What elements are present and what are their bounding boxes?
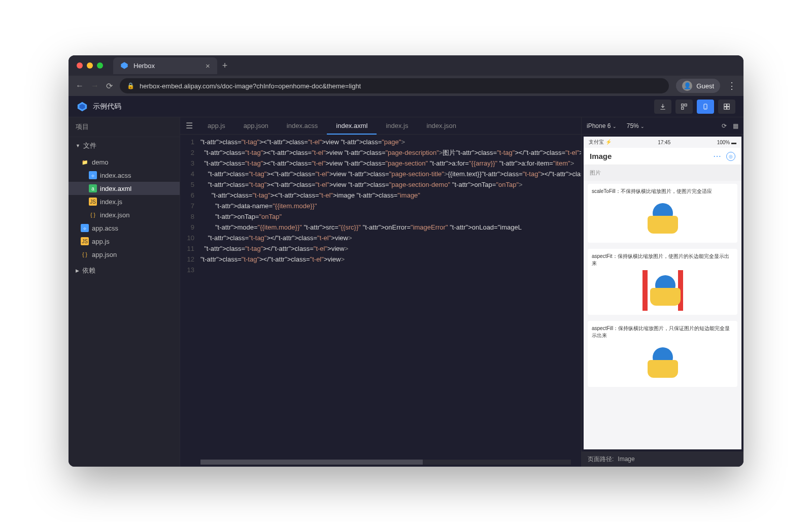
horizontal-scrollbar[interactable] bbox=[200, 460, 571, 465]
chevron-right-icon: ▶ bbox=[76, 268, 79, 273]
mascot-image bbox=[648, 273, 678, 308]
image-preview bbox=[642, 198, 683, 239]
tab-index-js[interactable]: index.js bbox=[377, 117, 417, 135]
browser-tab[interactable]: Herbox × bbox=[113, 57, 217, 74]
folder-name: demo bbox=[92, 158, 109, 166]
folder-demo[interactable]: 📁 demo bbox=[69, 155, 180, 169]
mascot-image bbox=[645, 201, 681, 236]
card-title: aspectFit：保持纵横比缩放图片，使图片的长边能完全显示出来 bbox=[592, 253, 733, 267]
svg-marker-0 bbox=[121, 62, 127, 69]
card-title: scaleToFill：不保持纵横比缩放图片，使图片完全适应 bbox=[592, 188, 733, 195]
file-name: index.acss bbox=[100, 172, 131, 179]
tab-index-axml[interactable]: index.axml bbox=[327, 117, 377, 135]
editor-tabs: ☰ app.js app.json index.acss index.axml … bbox=[180, 117, 581, 135]
red-bar-left bbox=[642, 270, 648, 311]
file-tree: 📁 demo ⟐ index.acss a index.axml JS inde… bbox=[69, 154, 180, 262]
tab-app-json[interactable]: app.json bbox=[234, 117, 278, 135]
page-description: 图片 bbox=[584, 165, 741, 181]
target-icon[interactable]: ◎ bbox=[726, 152, 735, 161]
close-tab-icon[interactable]: × bbox=[206, 61, 210, 70]
file-index-axml[interactable]: a index.axml bbox=[69, 182, 180, 195]
hamburger-icon[interactable]: ☰ bbox=[180, 121, 198, 130]
axml-file-icon: a bbox=[89, 184, 97, 192]
close-window-button[interactable] bbox=[77, 62, 83, 69]
js-file-icon: JS bbox=[81, 237, 89, 245]
download-button[interactable] bbox=[654, 100, 671, 114]
tab-index-json[interactable]: index.json bbox=[418, 117, 466, 135]
device-selector[interactable]: iPhone 6 ⌄ bbox=[587, 122, 617, 129]
page-path-label: 页面路径: bbox=[588, 455, 614, 464]
file-app-acss[interactable]: ⟐ app.acss bbox=[69, 221, 180, 235]
browser-menu-icon[interactable]: ⋮ bbox=[727, 80, 736, 91]
file-name: index.json bbox=[100, 211, 130, 219]
more-icon[interactable]: ⋯ bbox=[713, 151, 721, 161]
url-text: herbox-embed.alipay.com/s/doc-image?chIn… bbox=[140, 82, 662, 90]
code-column: ☰ app.js app.json index.acss index.axml … bbox=[180, 117, 581, 467]
svg-rect-9 bbox=[727, 104, 730, 106]
app-title: 示例代码 bbox=[93, 102, 121, 111]
svg-rect-3 bbox=[682, 104, 684, 106]
herbox-favicon-icon bbox=[120, 61, 128, 70]
line-gutter: 12345678910111213 bbox=[180, 137, 200, 460]
file-index-js[interactable]: JS index.js bbox=[69, 195, 180, 208]
file-name: app.json bbox=[92, 251, 117, 258]
image-preview bbox=[642, 342, 683, 383]
scrollbar-thumb[interactable] bbox=[200, 460, 423, 465]
herbox-logo-icon bbox=[77, 101, 88, 112]
svg-rect-5 bbox=[682, 107, 684, 109]
file-name: index.js bbox=[100, 198, 122, 206]
qrcode-button[interactable] bbox=[675, 100, 693, 114]
address-bar[interactable]: 🔒 herbox-embed.alipay.com/s/doc-image?ch… bbox=[120, 78, 669, 93]
folder-icon: 📁 bbox=[81, 158, 89, 166]
guest-avatar-icon: 👤 bbox=[682, 81, 692, 91]
code-editor[interactable]: 12345678910111213 "t-attr">class="t-tag"… bbox=[180, 135, 581, 460]
sidebar-section-deps[interactable]: ▶ 依赖 bbox=[69, 262, 180, 279]
main-layout: 项目 ▼ 文件 📁 demo ⟐ index.acss a index.axml bbox=[69, 117, 743, 467]
refresh-preview-icon[interactable]: ⟳ bbox=[722, 122, 727, 129]
files-label: 文件 bbox=[83, 141, 96, 150]
browser-window: Herbox × + ← → ⟳ 🔒 herbox-embed.alipay.c… bbox=[69, 55, 743, 467]
svg-rect-10 bbox=[724, 107, 727, 109]
new-tab-button[interactable]: + bbox=[222, 60, 228, 71]
mobile-view-button[interactable] bbox=[697, 100, 714, 114]
css-file-icon: ⟐ bbox=[89, 171, 97, 179]
card-scaletofill: scaleToFill：不保持纵横比缩放图片，使图片完全适应 bbox=[588, 184, 737, 243]
zoom-selector[interactable]: 75% ⌄ bbox=[627, 122, 645, 129]
file-app-json[interactable]: { } app.json bbox=[69, 248, 180, 261]
reload-icon[interactable]: ⟳ bbox=[106, 81, 113, 91]
minimize-window-button[interactable] bbox=[87, 62, 93, 69]
card-aspectfit: aspectFit：保持纵横比缩放图片，使图片的长边能完全显示出来 bbox=[588, 249, 737, 315]
battery-label: 100% ▬ bbox=[717, 140, 736, 145]
preview-grid-icon[interactable]: ▦ bbox=[733, 122, 738, 129]
mascot-image bbox=[645, 345, 681, 380]
tab-title: Herbox bbox=[133, 62, 155, 70]
json-file-icon: { } bbox=[81, 250, 89, 258]
grid-view-button[interactable] bbox=[718, 100, 735, 114]
tab-index-acss[interactable]: index.acss bbox=[278, 117, 327, 135]
svg-rect-11 bbox=[727, 107, 730, 109]
maximize-window-button[interactable] bbox=[97, 62, 103, 69]
file-index-acss[interactable]: ⟐ index.acss bbox=[69, 169, 180, 182]
sidebar-header: 项目 bbox=[69, 117, 180, 137]
preview-footer: 页面路径: Image bbox=[582, 451, 743, 467]
card-aspectfill: aspectFill：保持纵横比缩放图片，只保证图片的短边能完全显示出来 bbox=[588, 321, 737, 387]
file-name: index.axml bbox=[100, 185, 131, 192]
file-name: app.acss bbox=[92, 224, 118, 232]
chevron-down-icon: ▼ bbox=[76, 143, 80, 148]
image-preview bbox=[642, 270, 683, 311]
file-index-json[interactable]: { } index.json bbox=[69, 208, 180, 221]
back-icon[interactable]: ← bbox=[76, 81, 84, 90]
js-file-icon: JS bbox=[89, 198, 97, 206]
profile-button[interactable]: 👤 Guest bbox=[676, 79, 720, 93]
chevron-down-icon: ⌄ bbox=[613, 124, 617, 129]
sidebar-section-files[interactable]: ▼ 文件 bbox=[69, 137, 180, 154]
code-content: "t-attr">class="t-tag"><"t-attr">class="… bbox=[200, 137, 581, 460]
window-controls bbox=[77, 62, 103, 69]
file-app-js[interactable]: JS app.js bbox=[69, 235, 180, 248]
page-title: Image bbox=[590, 152, 713, 160]
file-name: app.js bbox=[92, 238, 110, 245]
tab-app-js[interactable]: app.js bbox=[198, 117, 234, 135]
phone-statusbar: 支付宝 ⚡ 17:45 100% ▬ bbox=[584, 137, 741, 148]
card-title: aspectFill：保持纵横比缩放图片，只保证图片的短边能完全显示出来 bbox=[592, 325, 733, 339]
phone-simulator: 支付宝 ⚡ 17:45 100% ▬ Image ⋯ ◎ 图片 scaleToF… bbox=[584, 137, 741, 449]
